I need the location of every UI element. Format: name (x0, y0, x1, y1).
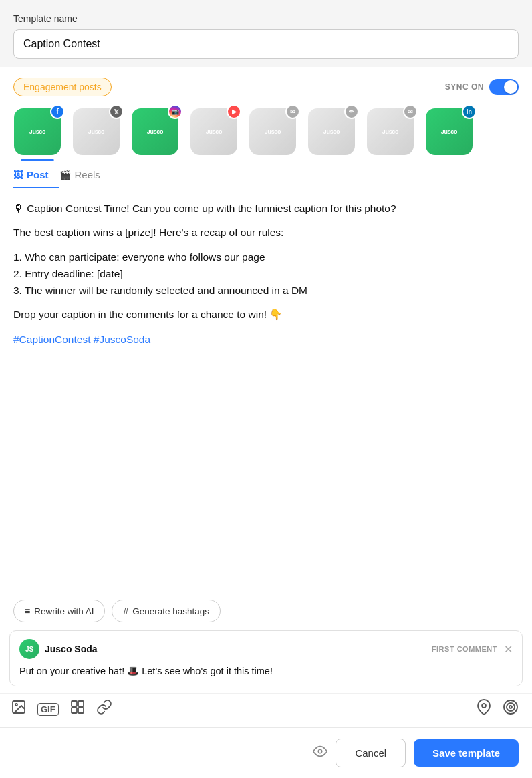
hashtag-label: Generate hashtags (132, 606, 209, 616)
rewrite-icon: ≡ (25, 606, 30, 616)
facebook-underline (21, 159, 54, 161)
comment-avatar-text: JS (25, 646, 33, 653)
template-name-section: Template name (0, 0, 532, 67)
social-avatar-facebook: f Jusco (14, 108, 61, 155)
tab-post[interactable]: 🖼 Post (13, 162, 59, 188)
social-avatar-edit: ✏ Jusco (308, 108, 355, 155)
instagram-badge: 📷 (168, 104, 182, 119)
comment-avatar: JS (19, 639, 39, 659)
first-comment-box: JS Jusco Soda FIRST COMMENT ✕ Put on you… (9, 630, 523, 686)
gallery-icon[interactable] (70, 699, 86, 719)
social-avatar-youtube: ▶ Jusco (190, 108, 237, 155)
tabs-row: 🖼 Post 🎬 Reels (0, 162, 532, 188)
comment-user: JS Jusco Soda (19, 639, 98, 659)
preview-button[interactable] (313, 744, 327, 762)
post-line2: The best caption wins a [prize]! Here's … (13, 225, 519, 241)
social-icons-row: f Jusco 𝕏 Jusco 📷 Jusco (0, 103, 532, 161)
rewrite-ai-button[interactable]: ≡ Rewrite with AI (13, 600, 105, 622)
location-icons-group (476, 699, 519, 719)
first-comment-label: FIRST COMMENT (432, 645, 497, 653)
post-icon: 🖼 (13, 170, 23, 180)
social-item-facebook[interactable]: f Jusco (9, 108, 65, 161)
comment-text: Put on your creative hat! 🎩 Let's see wh… (19, 664, 513, 679)
social-avatar-twitter: 𝕏 Jusco (73, 108, 120, 155)
svg-point-9 (509, 706, 512, 708)
main-container: Template name Engagement posts SYNC ON f… (0, 0, 532, 778)
image-icon[interactable] (11, 699, 27, 719)
engagement-header: Engagement posts SYNC ON (0, 67, 532, 103)
linkedin-badge: in (462, 104, 477, 119)
tab-reels-label: Reels (75, 169, 100, 180)
svg-rect-2 (72, 701, 77, 706)
sync-label: SYNC ON (445, 82, 484, 92)
template-name-label: Template name (13, 13, 519, 24)
svg-rect-5 (78, 708, 84, 713)
facebook-badge: f (50, 104, 65, 119)
media-toolbar: GIF (0, 693, 532, 727)
gif-icon[interactable]: GIF (37, 703, 59, 716)
svg-rect-3 (78, 701, 84, 706)
social-item-email2[interactable]: ✉ Jusco (362, 108, 418, 161)
media-icons-group: GIF (11, 699, 112, 719)
social-avatar-email2: ✉ Jusco (367, 108, 414, 155)
post-line1: 🎙 Caption Contest Time! Can you come up … (13, 201, 519, 217)
tab-reels[interactable]: 🎬 Reels (59, 162, 111, 188)
svg-point-7 (504, 700, 517, 714)
sync-row: SYNC ON (445, 79, 519, 95)
post-hashtags: #CaptionContest #JuscoSoda (13, 332, 519, 348)
link-icon[interactable] (96, 699, 112, 719)
post-rules: 1. Who can participate: everyone who fol… (13, 249, 519, 299)
svg-rect-4 (72, 708, 77, 713)
social-avatar-email1: ✉ Jusco (249, 108, 296, 155)
email1-badge: ✉ (285, 104, 300, 119)
tab-post-label: Post (27, 169, 49, 180)
location-pin-icon[interactable] (476, 699, 492, 719)
hashtag-icon: # (123, 606, 128, 616)
post-text: 🎙 Caption Contest Time! Can you come up … (13, 201, 519, 349)
social-item-edit[interactable]: ✏ Jusco (303, 108, 360, 161)
social-item-instagram[interactable]: 📷 Jusco (127, 108, 183, 161)
youtube-badge: ▶ (227, 104, 241, 119)
engagement-badge: Engagement posts (13, 78, 112, 96)
social-avatar-linkedin: in Jusco (426, 108, 473, 155)
social-avatar-instagram: 📷 Jusco (132, 108, 178, 155)
social-item-youtube[interactable]: ▶ Jusco (186, 108, 242, 161)
email2-badge: ✉ (403, 104, 418, 119)
comment-username: Jusco Soda (45, 644, 98, 654)
social-item-twitter[interactable]: 𝕏 Jusco (68, 108, 124, 161)
sync-toggle[interactable] (489, 79, 519, 95)
svg-point-10 (319, 749, 323, 753)
rewrite-label: Rewrite with AI (34, 606, 94, 616)
first-comment-header: JS Jusco Soda FIRST COMMENT ✕ (19, 639, 513, 659)
close-icon[interactable]: ✕ (504, 643, 513, 656)
svg-point-6 (482, 704, 486, 708)
svg-point-8 (507, 703, 515, 711)
footer: Cancel Save template (0, 727, 532, 778)
target-icon[interactable] (503, 699, 519, 719)
social-item-email1[interactable]: ✉ Jusco (245, 108, 301, 161)
svg-point-1 (15, 704, 17, 706)
post-content-area: 🎙 Caption Contest Time! Can you come up … (0, 188, 532, 594)
social-item-linkedin[interactable]: in Jusco (421, 108, 477, 161)
twitter-badge: 𝕏 (109, 104, 124, 119)
template-name-input[interactable] (13, 29, 519, 59)
post-line3: Drop your caption in the comments for a … (13, 307, 519, 323)
edit-badge: ✏ (344, 104, 359, 119)
save-template-button[interactable]: Save template (414, 739, 519, 767)
ai-buttons-row: ≡ Rewrite with AI # Generate hashtags (0, 593, 532, 630)
generate-hashtags-button[interactable]: # Generate hashtags (112, 600, 221, 622)
cancel-button[interactable]: Cancel (336, 739, 406, 767)
reels-icon: 🎬 (59, 170, 71, 180)
